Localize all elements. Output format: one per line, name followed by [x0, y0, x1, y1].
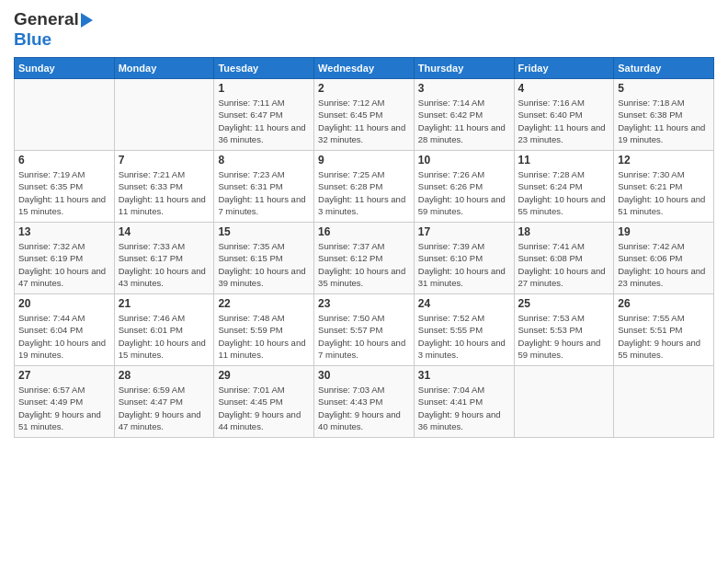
column-header-wednesday: Wednesday	[314, 58, 415, 79]
day-detail: Sunrise: 7:21 AMSunset: 6:33 PMDaylight:…	[119, 169, 206, 216]
day-detail: Sunrise: 7:42 AMSunset: 6:06 PMDaylight:…	[618, 241, 705, 288]
day-number: 24	[418, 297, 510, 310]
day-detail: Sunrise: 7:16 AMSunset: 6:40 PMDaylight:…	[518, 98, 606, 144]
day-number: 10	[418, 154, 510, 167]
day-cell: 8Sunrise: 7:23 AMSunset: 6:31 PMDaylight…	[214, 151, 314, 223]
day-number: 6	[18, 154, 110, 167]
day-cell: 31Sunrise: 7:04 AMSunset: 4:41 PMDayligh…	[414, 366, 514, 438]
day-number: 13	[18, 225, 110, 238]
day-cell: 30Sunrise: 7:03 AMSunset: 4:43 PMDayligh…	[314, 366, 415, 438]
day-detail: Sunrise: 7:23 AMSunset: 6:31 PMDaylight:…	[218, 169, 305, 216]
day-cell: 21Sunrise: 7:46 AMSunset: 6:01 PMDayligh…	[114, 294, 214, 366]
day-number: 1	[218, 82, 310, 95]
day-cell: 26Sunrise: 7:55 AMSunset: 5:51 PMDayligh…	[614, 294, 714, 366]
day-detail: Sunrise: 7:14 AMSunset: 6:42 PMDaylight:…	[418, 98, 506, 144]
day-detail: Sunrise: 7:48 AMSunset: 5:59 PMDaylight:…	[218, 313, 305, 360]
day-cell: 24Sunrise: 7:52 AMSunset: 5:55 PMDayligh…	[414, 294, 514, 366]
day-detail: Sunrise: 7:26 AMSunset: 6:26 PMDaylight:…	[418, 169, 506, 216]
day-cell: 19Sunrise: 7:42 AMSunset: 6:06 PMDayligh…	[614, 223, 714, 294]
week-row-1: 1Sunrise: 7:11 AMSunset: 6:47 PMDaylight…	[15, 79, 714, 151]
day-number: 21	[119, 297, 210, 310]
day-cell: 29Sunrise: 7:01 AMSunset: 4:45 PMDayligh…	[214, 366, 314, 438]
day-detail: Sunrise: 7:39 AMSunset: 6:10 PMDaylight:…	[418, 241, 506, 288]
column-header-friday: Friday	[514, 58, 614, 79]
day-detail: Sunrise: 7:11 AMSunset: 6:47 PMDaylight:…	[218, 98, 305, 144]
day-number: 23	[318, 297, 410, 310]
day-cell: 7Sunrise: 7:21 AMSunset: 6:33 PMDaylight…	[114, 151, 214, 223]
day-cell	[15, 79, 115, 151]
day-detail: Sunrise: 7:28 AMSunset: 6:24 PMDaylight:…	[518, 169, 606, 216]
day-number: 31	[418, 369, 510, 382]
day-cell	[614, 366, 714, 438]
column-header-saturday: Saturday	[614, 58, 714, 79]
week-row-3: 13Sunrise: 7:32 AMSunset: 6:19 PMDayligh…	[15, 223, 714, 294]
logo-arrow-icon	[81, 13, 93, 28]
day-cell: 6Sunrise: 7:19 AMSunset: 6:35 PMDaylight…	[15, 151, 115, 223]
day-cell: 2Sunrise: 7:12 AMSunset: 6:45 PMDaylight…	[314, 79, 415, 151]
day-cell: 5Sunrise: 7:18 AMSunset: 6:38 PMDaylight…	[614, 79, 714, 151]
calendar-header: SundayMondayTuesdayWednesdayThursdayFrid…	[15, 58, 714, 79]
day-detail: Sunrise: 7:33 AMSunset: 6:17 PMDaylight:…	[119, 241, 206, 288]
day-number: 5	[618, 82, 710, 95]
day-cell: 13Sunrise: 7:32 AMSunset: 6:19 PMDayligh…	[15, 223, 115, 294]
column-header-thursday: Thursday	[414, 58, 514, 79]
day-number: 30	[318, 369, 410, 382]
day-number: 2	[318, 82, 410, 95]
day-number: 29	[218, 369, 310, 382]
day-detail: Sunrise: 7:46 AMSunset: 6:01 PMDaylight:…	[119, 313, 206, 360]
day-number: 7	[119, 154, 210, 167]
day-number: 9	[318, 154, 410, 167]
day-number: 16	[318, 225, 410, 238]
day-cell: 25Sunrise: 7:53 AMSunset: 5:53 PMDayligh…	[514, 294, 614, 366]
day-detail: Sunrise: 7:18 AMSunset: 6:38 PMDaylight:…	[618, 98, 705, 144]
column-header-tuesday: Tuesday	[214, 58, 314, 79]
day-number: 18	[518, 225, 610, 238]
day-number: 12	[618, 154, 710, 167]
page-header: General Blue	[14, 9, 714, 50]
day-number: 17	[418, 225, 510, 238]
day-cell	[114, 79, 214, 151]
day-detail: Sunrise: 7:19 AMSunset: 6:35 PMDaylight:…	[18, 169, 106, 216]
week-row-2: 6Sunrise: 7:19 AMSunset: 6:35 PMDaylight…	[15, 151, 714, 223]
day-cell: 27Sunrise: 6:57 AMSunset: 4:49 PMDayligh…	[15, 366, 115, 438]
day-number: 4	[518, 82, 610, 95]
logo-blue: Blue	[14, 29, 51, 49]
week-row-5: 27Sunrise: 6:57 AMSunset: 4:49 PMDayligh…	[15, 366, 714, 438]
day-detail: Sunrise: 7:03 AMSunset: 4:43 PMDaylight:…	[318, 385, 401, 431]
day-number: 22	[218, 297, 310, 310]
day-cell: 3Sunrise: 7:14 AMSunset: 6:42 PMDaylight…	[414, 79, 514, 151]
day-detail: Sunrise: 7:52 AMSunset: 5:55 PMDaylight:…	[418, 313, 506, 360]
day-cell: 22Sunrise: 7:48 AMSunset: 5:59 PMDayligh…	[214, 294, 314, 366]
day-cell: 11Sunrise: 7:28 AMSunset: 6:24 PMDayligh…	[514, 151, 614, 223]
day-number: 19	[618, 225, 710, 238]
week-row-4: 20Sunrise: 7:44 AMSunset: 6:04 PMDayligh…	[15, 294, 714, 366]
day-detail: Sunrise: 6:57 AMSunset: 4:49 PMDaylight:…	[18, 385, 101, 431]
day-cell: 20Sunrise: 7:44 AMSunset: 6:04 PMDayligh…	[15, 294, 115, 366]
day-detail: Sunrise: 7:12 AMSunset: 6:45 PMDaylight:…	[318, 98, 405, 144]
day-detail: Sunrise: 7:30 AMSunset: 6:21 PMDaylight:…	[618, 169, 705, 216]
day-number: 14	[119, 225, 210, 238]
logo-general: General	[14, 9, 79, 29]
day-cell: 4Sunrise: 7:16 AMSunset: 6:40 PMDaylight…	[514, 79, 614, 151]
day-number: 27	[18, 369, 110, 382]
column-header-sunday: Sunday	[15, 58, 115, 79]
day-cell: 23Sunrise: 7:50 AMSunset: 5:57 PMDayligh…	[314, 294, 415, 366]
day-number: 25	[518, 297, 610, 310]
day-number: 28	[119, 369, 210, 382]
day-number: 11	[518, 154, 610, 167]
logo: General Blue	[14, 9, 93, 50]
day-cell: 12Sunrise: 7:30 AMSunset: 6:21 PMDayligh…	[614, 151, 714, 223]
day-detail: Sunrise: 7:04 AMSunset: 4:41 PMDaylight:…	[418, 385, 501, 431]
day-detail: Sunrise: 6:59 AMSunset: 4:47 PMDaylight:…	[119, 385, 201, 431]
day-cell: 9Sunrise: 7:25 AMSunset: 6:28 PMDaylight…	[314, 151, 415, 223]
day-cell: 18Sunrise: 7:41 AMSunset: 6:08 PMDayligh…	[514, 223, 614, 294]
day-number: 15	[218, 225, 310, 238]
header-row: SundayMondayTuesdayWednesdayThursdayFrid…	[15, 58, 714, 79]
day-detail: Sunrise: 7:01 AMSunset: 4:45 PMDaylight:…	[218, 385, 301, 431]
day-detail: Sunrise: 7:55 AMSunset: 5:51 PMDaylight:…	[618, 313, 700, 360]
calendar-body: 1Sunrise: 7:11 AMSunset: 6:47 PMDaylight…	[15, 79, 714, 438]
calendar-table: SundayMondayTuesdayWednesdayThursdayFrid…	[14, 57, 714, 438]
day-cell	[514, 366, 614, 438]
day-detail: Sunrise: 7:32 AMSunset: 6:19 PMDaylight:…	[18, 241, 106, 288]
day-cell: 16Sunrise: 7:37 AMSunset: 6:12 PMDayligh…	[314, 223, 415, 294]
